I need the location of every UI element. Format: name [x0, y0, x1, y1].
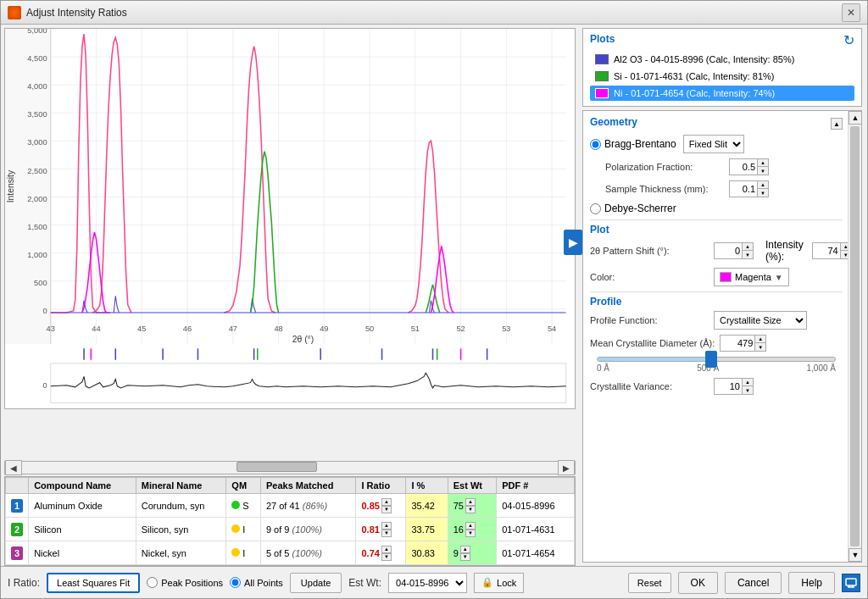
help-button[interactable]: Help	[788, 572, 835, 594]
pattern-shift-up[interactable]: ▲	[743, 243, 753, 251]
color-swatch[interactable]: Magenta ▼	[714, 268, 789, 286]
polarization-input[interactable]	[730, 159, 757, 175]
lock-button[interactable]: 🔒 Lock	[474, 573, 524, 593]
iratio-up-1[interactable]: ▲	[381, 498, 392, 506]
estwt-up-1[interactable]: ▲	[465, 498, 476, 506]
scroll-thumb-v[interactable]	[850, 126, 860, 546]
col-mineral: Mineral Name	[136, 478, 226, 494]
plots-section: Plots ↻ Al2 O3 - 04-015-8996 (Calc, Inte…	[582, 28, 862, 107]
svg-text:2θ (°): 2θ (°)	[292, 335, 314, 344]
peak-positions-label[interactable]: Peak Positions	[147, 577, 223, 588]
pdf-3: 01-071-4654	[497, 541, 575, 565]
least-squares-button[interactable]: Least Squares Fit	[47, 573, 140, 593]
thickness-spinner[interactable]: ▲ ▼	[729, 180, 769, 197]
estwt-down-3[interactable]: ▼	[460, 553, 470, 561]
iratio-up-2[interactable]: ▲	[381, 522, 392, 530]
screen-icon[interactable]	[842, 574, 860, 592]
cancel-button[interactable]: Cancel	[725, 572, 782, 594]
diameter-down[interactable]: ▼	[755, 343, 765, 351]
plot-label-al2o3: Al2 O3 - 04-015-8996 (Calc, Intensity: 8…	[614, 54, 794, 64]
estwt-up-3[interactable]: ▲	[460, 546, 470, 553]
diameter-input[interactable]	[721, 336, 754, 351]
thickness-input[interactable]	[730, 181, 757, 197]
svg-text:500: 500	[34, 279, 47, 287]
slit-select[interactable]: Fixed Slit	[683, 135, 744, 153]
pattern-shift-down[interactable]: ▼	[743, 251, 753, 258]
pattern-shift-spinner[interactable]: ▲ ▼	[714, 242, 754, 259]
svg-text:4,500: 4,500	[27, 54, 47, 63]
close-button[interactable]: ✕	[842, 3, 860, 22]
iratio-down-3[interactable]: ▼	[381, 553, 392, 561]
scroll-left-button[interactable]: ◀	[5, 460, 22, 475]
peak-positions-radio[interactable]	[147, 577, 158, 588]
chart-svg: 5,000 4,500 4,000 3,500 3,000 2,500 2,00…	[5, 29, 575, 406]
iratio-up-3[interactable]: ▲	[381, 546, 392, 553]
right-panel-scrollbar[interactable]: ▲ ▼	[848, 111, 861, 562]
color-chevron-icon: ▼	[775, 273, 783, 282]
svg-text:0: 0	[42, 381, 47, 390]
collapse-up-button[interactable]: ▲	[831, 118, 843, 130]
plot-item-al2o3[interactable]: Al2 O3 - 04-015-8996 (Calc, Intensity: 8…	[590, 52, 854, 67]
svg-text:5,000: 5,000	[27, 29, 47, 35]
polarization-down[interactable]: ▼	[758, 167, 768, 175]
scroll-down-button[interactable]: ▼	[849, 548, 862, 562]
variance-spinner[interactable]: ▲ ▼	[714, 378, 754, 395]
ipct-2: 33.75	[406, 518, 448, 541]
i-ratio-label: I Ratio:	[8, 577, 40, 589]
variance-up[interactable]: ▲	[743, 379, 753, 386]
est-wt-select[interactable]: 04-015-8996	[388, 573, 467, 593]
all-points-label[interactable]: All Points	[230, 577, 283, 588]
iratio-down-1[interactable]: ▼	[381, 506, 392, 513]
plot-color-si	[595, 71, 609, 81]
main-content: 5,000 4,500 4,000 3,500 3,000 2,500 2,00…	[1, 25, 867, 566]
svg-text:46: 46	[183, 324, 192, 333]
thickness-down[interactable]: ▼	[758, 189, 768, 197]
scroll-up-button[interactable]: ▲	[849, 111, 862, 125]
iratio-down-2[interactable]: ▼	[381, 530, 392, 537]
diameter-spinner[interactable]: ▲ ▼	[720, 335, 766, 352]
intensity-input[interactable]	[813, 243, 840, 258]
expand-arrow-button[interactable]: ▶	[564, 230, 582, 255]
update-button[interactable]: Update	[290, 573, 342, 593]
profile-function-select[interactable]: Crystallite Size	[714, 311, 807, 330]
polarization-up[interactable]: ▲	[758, 159, 768, 167]
est-wt-bottom-label: Est Wt:	[348, 577, 381, 589]
slider-thumb[interactable]	[705, 351, 717, 368]
all-points-radio[interactable]	[230, 577, 241, 588]
scroll-thumb[interactable]	[236, 462, 317, 472]
svg-text:44: 44	[92, 324, 100, 333]
bottom-bar: I Ratio: Least Squares Fit Peak Position…	[1, 566, 867, 598]
variance-input[interactable]	[715, 379, 742, 394]
table-row[interactable]: 2 Silicon Silicon, syn I 9 of 9 (100%) 0…	[6, 518, 575, 541]
polarization-spinner[interactable]: ▲ ▼	[729, 158, 769, 175]
scroll-right-button[interactable]: ▶	[558, 460, 575, 475]
intensity-spinner[interactable]: ▲ ▼	[812, 242, 852, 259]
mineral-name-2: Silicon, syn	[136, 518, 226, 541]
plot-item-ni[interactable]: Ni - 01-071-4654 (Calc, Intensity: 74%)	[590, 86, 854, 101]
estwt-up-2[interactable]: ▲	[465, 522, 476, 530]
estwt-1: 75 ▲ ▼	[448, 494, 496, 518]
iratio-3: 0.74 ▲ ▼	[356, 541, 406, 565]
compound-name-3: Nickel	[29, 541, 136, 565]
plot-item-si[interactable]: Si - 01-071-4631 (Calc, Intensity: 81%)	[590, 69, 854, 84]
refresh-icon[interactable]: ↻	[843, 32, 854, 48]
pattern-shift-input[interactable]	[715, 243, 742, 258]
ok-button[interactable]: OK	[678, 572, 718, 594]
bragg-brentano-row: Bragg-Brentano Fixed Slit	[590, 135, 843, 153]
variance-down[interactable]: ▼	[743, 386, 753, 394]
ipct-1: 35.42	[406, 494, 448, 518]
diameter-up[interactable]: ▲	[755, 336, 765, 343]
svg-text:51: 51	[411, 324, 420, 333]
diameter-slider[interactable]: 0 Å 500 Å 1,000 Å	[593, 357, 839, 373]
estwt-down-1[interactable]: ▼	[465, 506, 476, 513]
table-row[interactable]: 1 Aluminum Oxide Corundum, syn S 27 of 4…	[6, 494, 575, 518]
thickness-up[interactable]: ▲	[758, 181, 768, 189]
left-panel: 5,000 4,500 4,000 3,500 3,000 2,500 2,00…	[1, 25, 579, 566]
debye-radio[interactable]	[590, 203, 601, 214]
table-row[interactable]: 3 Nickel Nickel, syn I 5 of 5 (100%) 0.7…	[6, 541, 575, 565]
reset-button[interactable]: Reset	[628, 573, 671, 593]
bragg-brentano-radio[interactable]	[590, 139, 601, 150]
horizontal-scrollbar[interactable]: ◀ ▶	[4, 461, 576, 474]
polarization-label: Polarization Fraction:	[605, 162, 724, 172]
estwt-down-2[interactable]: ▼	[465, 530, 476, 537]
